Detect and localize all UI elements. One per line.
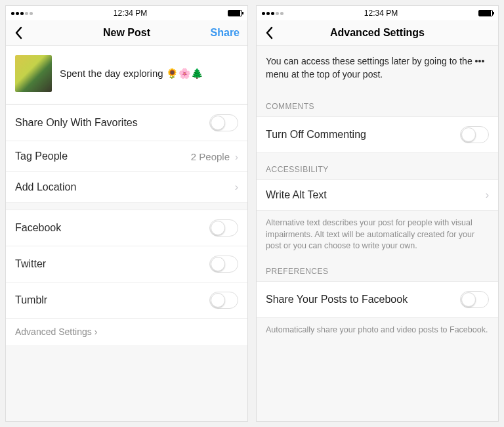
empty-area bbox=[6, 345, 247, 421]
tag-people-value: 2 People bbox=[191, 151, 230, 162]
share-facebook-row[interactable]: Facebook bbox=[6, 210, 247, 246]
advanced-settings-label: Advanced Settings bbox=[15, 326, 92, 337]
nav-bar: Advanced Settings bbox=[257, 20, 498, 46]
preferences-header: PREFERENCES bbox=[257, 255, 498, 281]
intro-text: You can access these settings later by g… bbox=[257, 46, 498, 90]
share-twitter-toggle[interactable] bbox=[209, 256, 238, 273]
share-twitter-row[interactable]: Twitter bbox=[6, 246, 247, 282]
page-title: Advanced Settings bbox=[330, 27, 425, 39]
battery-icon bbox=[478, 10, 493, 16]
turn-off-commenting-row[interactable]: Turn Off Commenting bbox=[257, 116, 498, 153]
page-title: New Post bbox=[103, 27, 150, 39]
tag-people-row[interactable]: Tag People 2 People › bbox=[6, 141, 247, 172]
share-posts-facebook-row[interactable]: Share Your Posts to Facebook bbox=[257, 281, 498, 318]
share-tumblr-label: Tumblr bbox=[15, 294, 47, 306]
chevron-right-icon: › bbox=[235, 151, 238, 162]
compose-area[interactable]: Spent the day exploring 🌻🌸🌲 bbox=[6, 46, 247, 104]
status-bar: 12:34 PM bbox=[6, 6, 247, 20]
share-twitter-label: Twitter bbox=[15, 258, 46, 270]
share-facebook-toggle[interactable] bbox=[209, 219, 238, 236]
post-thumbnail[interactable] bbox=[15, 55, 52, 92]
share-facebook-label: Facebook bbox=[15, 222, 61, 234]
empty-area bbox=[257, 338, 498, 421]
new-post-screen: 12:34 PM New Post Share Spent the day ex… bbox=[5, 5, 248, 422]
status-time: 12:34 PM bbox=[114, 9, 147, 18]
section-gap bbox=[6, 203, 247, 210]
share-tumblr-toggle[interactable] bbox=[209, 292, 238, 309]
chevron-left-icon bbox=[264, 26, 274, 39]
alt-text-note: Alternative text describes your post for… bbox=[257, 211, 498, 255]
signal-icon bbox=[262, 12, 284, 15]
advanced-settings-link[interactable]: Advanced Settings › bbox=[6, 319, 247, 345]
share-favorites-label: Share Only With Favorites bbox=[15, 117, 138, 129]
accessibility-header: ACCESSIBILITY bbox=[257, 153, 498, 179]
chevron-left-icon bbox=[14, 26, 23, 39]
battery-icon bbox=[228, 10, 242, 16]
add-location-row[interactable]: Add Location › bbox=[6, 172, 247, 203]
status-time: 12:34 PM bbox=[364, 9, 398, 18]
turn-off-commenting-toggle[interactable] bbox=[460, 126, 489, 143]
share-tumblr-row[interactable]: Tumblr bbox=[6, 282, 247, 319]
add-location-label: Add Location bbox=[15, 181, 76, 193]
caption-field[interactable]: Spent the day exploring 🌻🌸🌲 bbox=[60, 68, 203, 79]
share-button[interactable]: Share bbox=[211, 27, 240, 39]
back-button[interactable] bbox=[264, 26, 274, 39]
share-posts-facebook-label: Share Your Posts to Facebook bbox=[266, 294, 408, 305]
share-posts-facebook-toggle[interactable] bbox=[460, 291, 489, 308]
write-alt-text-label: Write Alt Text bbox=[266, 189, 327, 201]
write-alt-text-row[interactable]: Write Alt Text › bbox=[257, 179, 498, 211]
share-posts-facebook-note: Automatically share your photo and video… bbox=[257, 318, 498, 339]
advanced-settings-screen: 12:34 PM Advanced Settings You can acces… bbox=[256, 5, 499, 422]
nav-bar: New Post Share bbox=[6, 20, 247, 46]
tag-people-label: Tag People bbox=[15, 150, 68, 162]
signal-icon bbox=[11, 12, 33, 15]
comments-header: COMMENTS bbox=[257, 90, 498, 116]
share-favorites-toggle[interactable] bbox=[209, 114, 238, 131]
share-favorites-row[interactable]: Share Only With Favorites bbox=[6, 104, 247, 141]
chevron-right-icon: › bbox=[486, 189, 489, 201]
status-bar: 12:34 PM bbox=[257, 6, 498, 20]
chevron-right-icon: › bbox=[235, 181, 238, 193]
chevron-right-icon: › bbox=[94, 326, 98, 337]
turn-off-commenting-label: Turn Off Commenting bbox=[266, 129, 366, 141]
back-button[interactable] bbox=[14, 26, 23, 39]
